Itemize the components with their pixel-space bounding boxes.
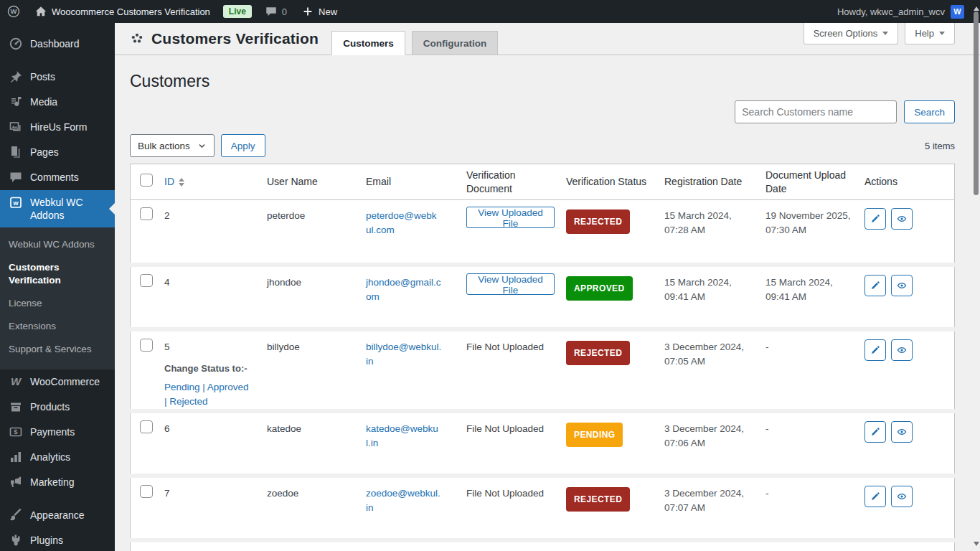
email-link[interactable]: katedoe@webkul.in xyxy=(366,438,442,448)
row-checkbox[interactable] xyxy=(140,274,153,287)
scroll-up-arrow[interactable] xyxy=(974,4,979,11)
eye-icon xyxy=(897,345,907,355)
site-menu[interactable]: Woocommerce Customers Verification xyxy=(27,0,217,23)
scrollbar[interactable] xyxy=(973,0,980,551)
nav-tabs: CustomersConfiguration xyxy=(331,31,498,55)
col-user-name: User Name xyxy=(267,164,366,200)
sidebar: Dashboard Posts Media HireUs Form Pages … xyxy=(0,23,115,551)
view-button[interactable] xyxy=(891,275,913,296)
comment-count: 0 xyxy=(282,6,287,17)
sidebar-item-webkul-wc-addons[interactable]: w Webkul WC Addons xyxy=(0,190,115,227)
change-status-rejected[interactable]: Rejected xyxy=(169,396,207,407)
scrollbar-thumb[interactable] xyxy=(974,11,979,195)
plugins-icon xyxy=(9,533,23,547)
plugin-title: Customers Verification xyxy=(151,30,319,47)
items-count: 5 items xyxy=(925,141,955,151)
row-checkbox[interactable] xyxy=(140,339,153,352)
edit-button[interactable] xyxy=(864,421,886,443)
sidebar-item-woocommerce[interactable]: W WooCommerce xyxy=(0,369,115,395)
svg-text:$: $ xyxy=(14,428,18,435)
appearance-icon xyxy=(9,508,23,522)
sort-by-id[interactable]: ID xyxy=(164,175,184,189)
email-link[interactable]: peterdoe@webkul.com xyxy=(366,225,442,235)
sidebar-subitem-customers-verification[interactable]: Customers Verification xyxy=(0,256,115,292)
email-link[interactable]: billydoe@webkul.in xyxy=(366,356,442,367)
wordpress-logo-icon[interactable]: W xyxy=(0,0,27,23)
tab-configuration[interactable]: Configuration xyxy=(412,31,498,55)
sidebar-item-hireus-form[interactable]: HireUs Form xyxy=(0,115,115,140)
table-header-row: ID User Name Email Verification Document… xyxy=(131,164,955,200)
change-status-approved[interactable]: Approved xyxy=(207,382,249,392)
sidebar-subitem-support-services[interactable]: Support & Services xyxy=(0,338,115,361)
screen-options-label: Screen Options xyxy=(814,28,878,39)
sidebar-item-media[interactable]: Media xyxy=(0,90,115,115)
sidebar-item-plugins[interactable]: Plugins xyxy=(0,528,115,551)
view-uploaded-file-button[interactable]: View Uploaded File xyxy=(466,273,555,295)
avatar: W xyxy=(951,5,964,19)
select-all-checkbox[interactable] xyxy=(140,174,153,187)
sidebar-item-posts[interactable]: Posts xyxy=(0,65,115,90)
sidebar-item-marketing[interactable]: Marketing xyxy=(0,470,115,495)
view-button[interactable] xyxy=(891,339,913,361)
search-input[interactable] xyxy=(735,100,897,123)
screen-options-button[interactable]: Screen Options xyxy=(804,23,899,44)
email-link[interactable]: zoedoe@webkul.in xyxy=(366,502,442,513)
row-checkbox[interactable] xyxy=(140,485,153,498)
sidebar-subitem-extensions[interactable]: Extensions xyxy=(0,315,115,338)
eye-icon xyxy=(897,281,907,291)
sidebar-item-payments[interactable]: $ Payments xyxy=(0,420,115,445)
edit-button[interactable] xyxy=(864,486,886,507)
pages-icon xyxy=(9,145,23,159)
howdy-account-menu[interactable]: Howdy, wkwc_admin_wcv xyxy=(837,6,945,17)
webkul-icon: w xyxy=(9,195,23,209)
change-status-pending[interactable]: Pending xyxy=(164,382,200,392)
sidebar-item-dashboard[interactable]: Dashboard xyxy=(0,32,115,57)
apply-button[interactable]: Apply xyxy=(221,134,265,157)
tab-customers[interactable]: Customers xyxy=(331,31,405,55)
status-badge: REJECTED xyxy=(566,487,630,512)
bulk-actions-row: Bulk actions Apply 5 items xyxy=(130,134,955,157)
svg-text:W: W xyxy=(11,7,17,15)
comments-menu[interactable]: 0 xyxy=(258,0,294,23)
view-uploaded-file-button[interactable]: View Uploaded File xyxy=(466,207,555,228)
sidebar-subitem-license[interactable]: License xyxy=(0,292,115,315)
col-document-upload-date: Document Upload Date xyxy=(765,164,864,200)
marketing-icon xyxy=(9,475,23,489)
document-status-text: File Not Uploaded xyxy=(466,423,544,434)
view-button[interactable] xyxy=(891,208,913,230)
edit-button[interactable] xyxy=(864,208,886,230)
status-badge: REJECTED xyxy=(566,209,630,234)
view-button[interactable] xyxy=(891,486,913,507)
user-name: peterdoe xyxy=(267,210,305,221)
scroll-down-arrow[interactable] xyxy=(974,542,979,549)
view-button[interactable] xyxy=(891,421,913,443)
sidebar-item-pages[interactable]: Pages xyxy=(0,140,115,165)
plus-icon xyxy=(301,5,314,18)
bulk-actions-select[interactable]: Bulk actions xyxy=(130,134,215,157)
user-name: zoedoe xyxy=(267,488,298,499)
registration-date: 15 March 2024, 07:28 AM xyxy=(664,209,750,237)
table-row: 5 Change Status to:- Pending | Approved … xyxy=(131,329,955,411)
woocommerce-icon: W xyxy=(9,375,23,389)
sidebar-item-comments[interactable]: Comments xyxy=(0,165,115,190)
sidebar-separator xyxy=(0,57,115,65)
sidebar-item-products[interactable]: Products xyxy=(0,395,115,420)
search-button[interactable]: Search xyxy=(904,100,955,123)
sidebar-item-analytics[interactable]: Analytics xyxy=(0,445,115,470)
row-checkbox[interactable] xyxy=(140,420,153,433)
sidebar-item-appearance[interactable]: Appearance xyxy=(0,503,115,528)
live-badge: Live xyxy=(223,5,252,18)
table-footer-strip xyxy=(131,540,955,551)
row-checkbox[interactable] xyxy=(140,207,153,220)
edit-button[interactable] xyxy=(864,275,886,296)
sidebar-separator xyxy=(0,495,115,503)
upload-date: - xyxy=(765,422,769,436)
email-link[interactable]: jhondoe@gmail.com xyxy=(366,291,442,302)
help-button[interactable]: Help xyxy=(905,23,955,44)
edit-button[interactable] xyxy=(864,339,886,361)
eye-icon xyxy=(897,427,907,437)
table-row: 2 peterdoe peterdoe@webkul.com View Uplo… xyxy=(131,200,955,265)
sidebar-subitem-webkul-wc-addons[interactable]: Webkul WC Addons xyxy=(0,233,115,256)
new-label: New xyxy=(319,6,337,17)
new-menu[interactable]: New xyxy=(294,0,344,23)
